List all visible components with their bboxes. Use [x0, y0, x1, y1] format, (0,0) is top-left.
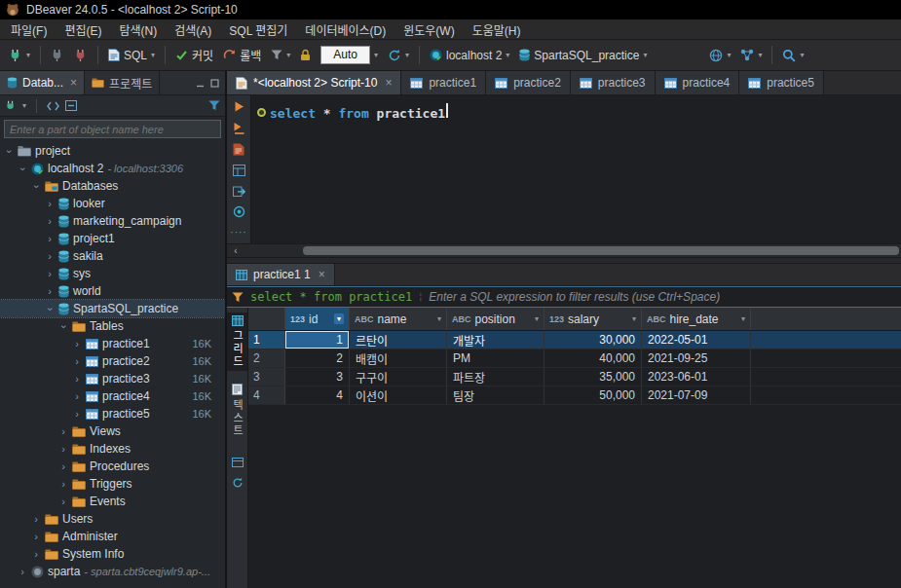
expand-arrow-icon[interactable]: › — [45, 251, 55, 262]
cell-salary[interactable]: 40,000 — [544, 349, 642, 367]
tree-item-practice5[interactable]: ›practice516K — [0, 405, 225, 423]
tree-item-databases[interactable]: ›Databases — [0, 177, 225, 195]
tree-item-events[interactable]: ›Events — [0, 493, 225, 510]
expand-arrow-icon[interactable]: › — [31, 549, 41, 560]
editor-settings-icon[interactable] — [233, 205, 245, 218]
connection-selector[interactable]: localhost 2 ▾ — [426, 46, 513, 65]
tree-item-system-info[interactable]: ›System Info — [0, 545, 225, 563]
cloud-button[interactable]: ▾ — [705, 46, 734, 65]
expand-arrow-icon[interactable]: › — [72, 339, 82, 349]
tree-item-procedures[interactable]: ›Procedures — [0, 458, 225, 475]
cell-hire-date[interactable]: 2022-05-01 — [642, 331, 751, 349]
collapse-arrow-icon[interactable]: › — [4, 146, 15, 156]
tree-item-users[interactable]: ›Users — [0, 510, 225, 528]
editor-tab-practice5[interactable]: practice5 — [739, 71, 824, 94]
expand-arrow-icon[interactable]: › — [45, 269, 55, 279]
cell-id[interactable]: 1 — [285, 331, 350, 349]
expand-arrow-icon[interactable]: › — [45, 199, 55, 209]
column-filter-caret-icon[interactable]: ▾ — [535, 314, 539, 323]
expand-arrow-icon[interactable]: › — [45, 286, 55, 297]
row-number-cell[interactable]: 2 — [248, 349, 285, 367]
record-mode-icon[interactable] — [232, 458, 244, 467]
expand-arrow-icon[interactable]: › — [31, 514, 41, 525]
tree-item-practice1[interactable]: ›practice116K — [0, 335, 225, 352]
tree-item-spartasql-practice[interactable]: ›SpartaSQL_practice — [0, 300, 225, 317]
transaction-log-button[interactable]: ▾ — [267, 47, 294, 63]
filter-funnel-icon[interactable] — [208, 100, 220, 111]
column-header-hire-date[interactable]: ABChire_date▾ — [642, 308, 751, 330]
collapse-all-icon[interactable] — [65, 100, 77, 111]
expand-arrow-icon[interactable]: › — [58, 426, 68, 437]
view-tab-grid[interactable]: 그리드 — [227, 312, 247, 371]
tree-item-marketing-campaign[interactable]: ›marketing_campaign — [0, 212, 225, 230]
tree-item-practice4[interactable]: ›practice416K — [0, 387, 225, 405]
cell-hire-date[interactable]: 2021-07-09 — [642, 386, 751, 404]
open-sql-editor-button[interactable]: SQL ▾ — [104, 46, 159, 65]
cell-name[interactable]: 배캠이 — [350, 349, 447, 367]
rollback-button[interactable]: 롤백 — [219, 44, 265, 66]
row-number-cell[interactable]: 3 — [248, 368, 285, 386]
tree-item-practice2[interactable]: ›practice216K — [0, 352, 225, 370]
view-tab-text[interactable]: 텍스트 — [227, 381, 247, 440]
collapse-arrow-icon[interactable]: › — [31, 181, 42, 191]
cell-salary[interactable]: 35,000 — [544, 368, 642, 386]
expand-arrow-icon[interactable]: › — [58, 444, 68, 455]
cell-hire-date[interactable]: 2023-06-01 — [642, 368, 751, 386]
execute-statement-icon[interactable] — [233, 100, 245, 113]
cell-name[interactable]: 이션이 — [350, 386, 447, 404]
menu-database[interactable]: 데이터베이스(D) — [296, 19, 394, 39]
editor-tab-practice3[interactable]: practice3 — [571, 71, 656, 94]
commit-mode-select[interactable]: Auto ▾ — [317, 43, 382, 67]
editor-tab-practice2[interactable]: practice2 — [486, 71, 571, 94]
expand-arrow-icon[interactable]: › — [45, 234, 55, 244]
column-filter-caret-icon[interactable]: ▾ — [741, 314, 745, 323]
expand-arrow-icon[interactable]: › — [45, 216, 55, 227]
cell-name[interactable]: 르탄이 — [350, 331, 447, 349]
tree-item-views[interactable]: ›Views — [0, 423, 225, 440]
table-row[interactable]: 22배캠이PM40,0002021-09-25 — [248, 349, 901, 368]
table-row[interactable]: 11르탄이개발자30,0002022-05-01 — [248, 331, 901, 349]
expand-arrow-icon[interactable]: › — [18, 567, 27, 577]
tree-item-world[interactable]: ›world — [0, 282, 225, 300]
sql-code-area[interactable]: select * from practice1 — [251, 95, 901, 243]
table-row[interactable]: 44이션이팀장50,0002021-07-09 — [248, 386, 901, 405]
object-filter-input[interactable] — [4, 120, 221, 138]
cell-position[interactable]: 팀장 — [447, 386, 544, 404]
menu-search[interactable]: 검색(A) — [166, 19, 220, 39]
editor-results-splitter[interactable] — [227, 257, 901, 264]
lock-button[interactable] — [296, 46, 315, 64]
tree-item-sparta[interactable]: ›sparta - sparta.cbt9ceqjwlr9.ap-... — [0, 563, 225, 580]
grid-corner-cell[interactable] — [248, 308, 285, 330]
editor-tab-practice4[interactable]: practice4 — [656, 71, 740, 94]
tree-item-localhost-2[interactable]: ›localhost 2 - localhost:3306 — [0, 160, 225, 177]
close-icon[interactable]: × — [319, 268, 325, 281]
tree-item-administer[interactable]: ›Administer — [0, 528, 225, 545]
cell-position[interactable]: 파트장 — [447, 368, 544, 386]
tree-item-indexes[interactable]: ›Indexes — [0, 440, 225, 458]
cell-position[interactable]: 개발자 — [447, 331, 544, 349]
tree-item-tables[interactable]: ›Tables — [0, 317, 225, 335]
tree-item-practice3[interactable]: ›practice316K — [0, 370, 225, 387]
column-header-salary[interactable]: 123salary▾ — [544, 308, 642, 330]
tab-database-navigator[interactable]: Datab... × — [0, 71, 85, 94]
execute-script-icon[interactable] — [233, 122, 245, 134]
column-header-id[interactable]: 123id▾ — [285, 308, 350, 330]
menu-navigate[interactable]: 탐색(N) — [110, 19, 166, 39]
panel-refresh-icon[interactable] — [232, 477, 244, 489]
explain-plan-icon[interactable] — [233, 143, 244, 156]
menu-window[interactable]: 윈도우(W) — [394, 19, 463, 39]
menu-help[interactable]: 도움말(H) — [464, 19, 530, 39]
expand-arrow-icon[interactable]: › — [58, 479, 68, 490]
tree-item-triggers[interactable]: ›Triggers — [0, 475, 225, 493]
disconnect-button[interactable] — [70, 46, 92, 65]
scrollbar-thumb[interactable] — [303, 246, 899, 255]
database-selector[interactable]: SpartaSQL_practice ▾ — [515, 46, 651, 65]
new-connection-small-icon[interactable] — [5, 100, 17, 112]
editor-horizontal-scrollbar[interactable]: ‹ — [227, 243, 901, 257]
expand-arrow-icon[interactable]: › — [58, 461, 68, 472]
column-filter-caret-icon[interactable]: ▾ — [334, 313, 344, 324]
maximize-view-icon[interactable] — [210, 79, 219, 88]
new-connection-button[interactable]: ▾ — [5, 46, 34, 65]
cell-salary[interactable]: 50,000 — [544, 386, 642, 404]
commit-button[interactable]: 커밋 — [171, 44, 217, 66]
